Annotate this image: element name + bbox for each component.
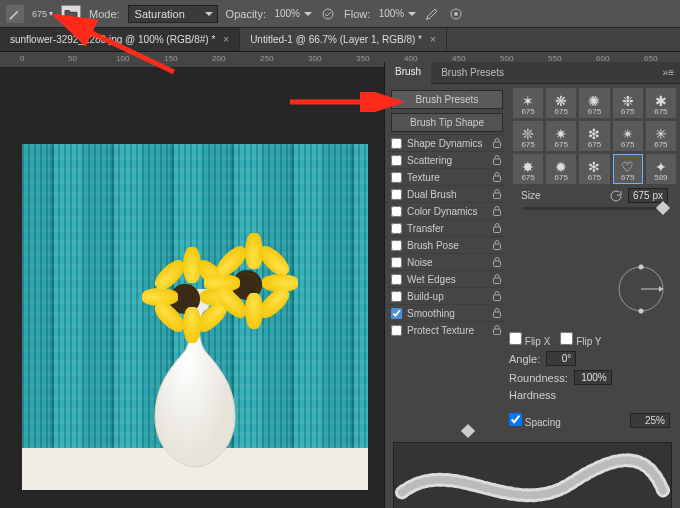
brush-thumbnail[interactable]: ✹675 (546, 154, 576, 184)
brush-tool-icon[interactable] (6, 5, 24, 23)
toggle-brush-panel-button[interactable] (61, 5, 81, 23)
brush-option-row[interactable]: Texture (385, 168, 509, 185)
lock-icon[interactable] (491, 222, 503, 234)
opacity-label: Opacity: (226, 8, 266, 20)
panel-menu-icon[interactable]: »≡ (657, 67, 680, 78)
svg-rect-9 (494, 227, 501, 233)
angle-widget[interactable] (614, 262, 668, 316)
document-canvas[interactable] (22, 144, 368, 490)
svg-rect-14 (494, 312, 501, 318)
airbrush-icon[interactable] (424, 6, 440, 22)
lock-icon[interactable] (491, 171, 503, 183)
tab-brush-presets[interactable]: Brush Presets (431, 62, 514, 84)
option-label: Dual Brush (407, 189, 456, 200)
brush-option-row[interactable]: Scattering (385, 151, 509, 168)
brush-thumbnail[interactable]: ✷675 (546, 121, 576, 151)
blend-mode-value: Saturation (135, 8, 185, 20)
option-checkbox[interactable] (391, 172, 402, 183)
svg-point-1 (426, 18, 428, 20)
brush-thumbnail[interactable]: ❋675 (546, 88, 576, 118)
svg-point-20 (639, 309, 644, 314)
pressure-opacity-icon[interactable] (320, 6, 336, 22)
spacing-checkbox[interactable]: Spacing (509, 413, 561, 428)
tab-title: Untitled-1 @ 66.7% (Layer 1, RGB/8) * (250, 34, 422, 45)
flip-y-checkbox[interactable]: Flip Y (560, 332, 601, 347)
ruler-tick: 100 (116, 54, 129, 63)
option-label: Transfer (407, 223, 444, 234)
brush-option-row[interactable]: Build-up (385, 287, 509, 304)
option-checkbox[interactable] (391, 308, 402, 319)
tab-brush[interactable]: Brush (385, 61, 431, 84)
option-checkbox[interactable] (391, 206, 402, 217)
document-tab[interactable]: sunflower-3292_1280.jpg @ 100% (RGB/8#) … (0, 28, 240, 51)
flow-value[interactable]: 100% (374, 8, 416, 19)
brush-thumbnail[interactable]: ✶675 (513, 88, 543, 118)
option-checkbox[interactable] (391, 155, 402, 166)
option-checkbox[interactable] (391, 189, 402, 200)
option-checkbox[interactable] (391, 291, 402, 302)
option-checkbox[interactable] (391, 240, 402, 251)
brush-option-row[interactable]: Dual Brush (385, 185, 509, 202)
roundness-label: Roundness: (509, 372, 568, 384)
lock-icon[interactable] (491, 205, 503, 217)
brush-option-row[interactable]: Smoothing (385, 304, 509, 321)
lock-icon[interactable] (491, 188, 503, 200)
ruler-tick: 250 (260, 54, 273, 63)
flip-x-label: Flip X (525, 336, 551, 347)
brush-shape-icon: ✴ (622, 126, 634, 142)
option-checkbox[interactable] (391, 257, 402, 268)
brush-thumbnail[interactable]: ✴675 (613, 121, 643, 151)
lock-icon[interactable] (491, 290, 503, 302)
flip-x-checkbox[interactable]: Flip X (509, 332, 550, 347)
reset-size-icon[interactable] (608, 189, 622, 203)
brush-shape-icon: ❉ (622, 93, 634, 109)
lock-icon[interactable] (491, 273, 503, 285)
brush-thumbnail[interactable]: ✻675 (579, 154, 609, 184)
option-checkbox[interactable] (391, 274, 402, 285)
option-label: Smoothing (407, 308, 455, 319)
brush-option-row[interactable]: Transfer (385, 219, 509, 236)
brush-thumbnail[interactable]: ❇675 (579, 121, 609, 151)
pressure-size-icon[interactable] (448, 6, 464, 22)
option-label: Shape Dynamics (407, 138, 483, 149)
lock-icon[interactable] (491, 307, 503, 319)
brush-shape-icon: ♡ (621, 159, 634, 175)
brush-thumbnail[interactable]: ❊675 (513, 121, 543, 151)
brush-thumbnail[interactable]: ✳675 (646, 121, 676, 151)
brush-size-readout: 675 (32, 9, 47, 19)
brush-presets-button[interactable]: Brush Presets (391, 90, 503, 109)
brush-option-row[interactable]: Shape Dynamics (385, 134, 509, 151)
size-label: Size (521, 190, 540, 201)
option-label: Build-up (407, 291, 444, 302)
brush-thumbnail[interactable]: ♡675 (613, 154, 643, 184)
spacing-value[interactable]: 25% (630, 413, 670, 428)
brush-option-row[interactable]: Brush Pose (385, 236, 509, 253)
brush-thumbnail[interactable]: ✺675 (579, 88, 609, 118)
lock-icon[interactable] (491, 154, 503, 166)
brush-shape-icon: ❋ (555, 93, 567, 109)
roundness-value[interactable]: 100% (574, 370, 612, 385)
option-checkbox[interactable] (391, 138, 402, 149)
brush-option-row[interactable]: Noise (385, 253, 509, 270)
close-icon[interactable]: × (430, 34, 436, 45)
brush-option-row[interactable]: Color Dynamics (385, 202, 509, 219)
option-checkbox[interactable] (391, 223, 402, 234)
brush-stroke-preview (393, 442, 672, 508)
brush-thumbnail[interactable]: ✱675 (646, 88, 676, 118)
lock-icon[interactable] (491, 256, 503, 268)
brush-option-row[interactable]: Wet Edges (385, 270, 509, 287)
size-slider[interactable] (523, 207, 666, 210)
brush-thumbnail[interactable]: ✸675 (513, 154, 543, 184)
brush-preset-picker[interactable]: 675 ▾ (32, 9, 53, 19)
close-icon[interactable]: × (223, 34, 229, 45)
brush-thumbnail[interactable]: ✦589 (646, 154, 676, 184)
document-tab[interactable]: Untitled-1 @ 66.7% (Layer 1, RGB/8) *× (240, 28, 447, 51)
lock-icon[interactable] (491, 137, 503, 149)
brush-tip-shape-button[interactable]: Brush Tip Shape (391, 113, 503, 132)
opacity-value[interactable]: 100% (270, 8, 312, 19)
angle-value[interactable]: 0° (546, 351, 576, 366)
blend-mode-select[interactable]: Saturation (128, 5, 218, 23)
brush-thumbnail[interactable]: ❉675 (613, 88, 643, 118)
lock-icon[interactable] (491, 239, 503, 251)
svg-rect-12 (494, 278, 501, 284)
